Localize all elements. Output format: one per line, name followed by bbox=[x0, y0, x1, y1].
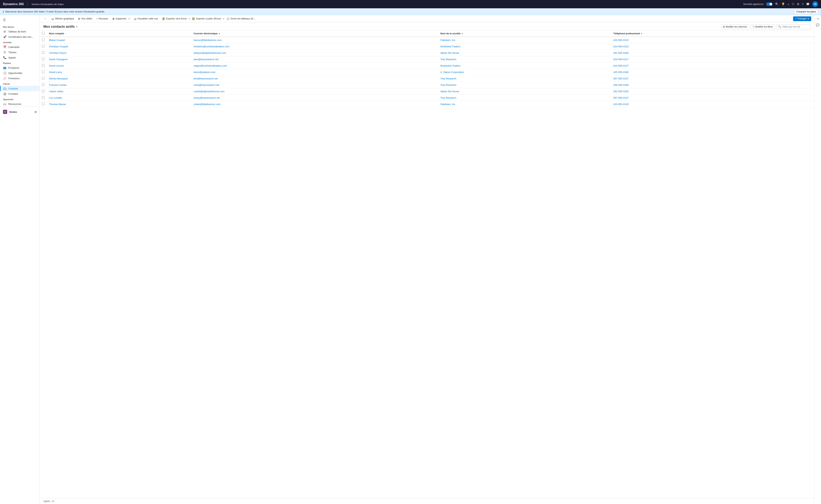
contact-link-8[interactable]: Liliane Lebec bbox=[49, 90, 64, 93]
sidebar-item-accelerateur[interactable]: 🚀 Accélérateur des ven... bbox=[0, 34, 39, 39]
email-link-1[interactable]: heriberto@northwindtraders.com bbox=[194, 45, 230, 48]
row-checkbox-3[interactable] bbox=[42, 58, 45, 60]
tel-link-8[interactable]: 281-555-0162 bbox=[613, 90, 629, 93]
exporter-dropdown-arrow[interactable]: ▾ bbox=[189, 18, 190, 20]
tel-link-0[interactable]: 423-555-0122 bbox=[613, 39, 629, 41]
societe-link-9[interactable]: Trey Research bbox=[440, 96, 456, 99]
sidebar-item-ressources[interactable]: 📖 Ressources bbox=[0, 101, 39, 107]
societe-link-5[interactable]: A. Datum Corporation bbox=[440, 71, 464, 74]
contact-link-9[interactable]: Luc Loiselle bbox=[49, 96, 62, 99]
contact-link-2[interactable]: Christian Doyon bbox=[49, 51, 67, 54]
select-all-checkbox[interactable] bbox=[42, 32, 45, 35]
societe-link-4[interactable]: Northwind Traders bbox=[440, 64, 460, 67]
tel-link-5[interactable]: 425-555-0160 bbox=[613, 71, 629, 74]
tel-link-3[interactable]: 619-555-0127 bbox=[613, 58, 629, 61]
sidebar-bottom-ventes[interactable]: V Ventes ◎ bbox=[0, 108, 39, 115]
email-link-7[interactable]: carla@treyresearch.net bbox=[194, 84, 219, 86]
email-link-4[interactable]: miguel@northwindtraders.com bbox=[194, 64, 227, 67]
societe-link-7[interactable]: Trey Research bbox=[440, 84, 456, 86]
email-link-5[interactable]: kevin@adatum.com bbox=[194, 71, 215, 74]
col-societe[interactable]: Nom de la société ▾ bbox=[438, 30, 611, 37]
sidebar-item-calendrier[interactable]: 📅 Calendrier bbox=[0, 44, 39, 50]
afficher-graphique-button[interactable]: 📊 Afficher graphique bbox=[49, 16, 76, 21]
email-link-9[interactable]: avery@treyresearch.net bbox=[194, 96, 220, 99]
societe-link-3[interactable]: Trey Research bbox=[440, 58, 456, 61]
row-checkbox-5[interactable] bbox=[42, 71, 45, 73]
filter-keyword-input[interactable] bbox=[782, 25, 809, 28]
sidebar-item-contacts[interactable]: 📇 Contacts bbox=[0, 86, 39, 91]
tel-link-9[interactable]: 567-555-0137 bbox=[613, 96, 629, 99]
sidebar-item-opportunites[interactable]: 📋 Opportunités bbox=[0, 70, 39, 76]
row-checkbox-10[interactable] bbox=[42, 103, 45, 105]
email-link-3[interactable]: alex@treyresearch.net bbox=[194, 58, 218, 61]
row-checkbox-2[interactable] bbox=[42, 51, 45, 54]
search-icon[interactable]: 🔍 bbox=[775, 2, 779, 6]
supprimer-dropdown-arrow[interactable]: ▾ bbox=[129, 18, 130, 20]
col-telephone[interactable]: Téléphone professionel ▾ bbox=[611, 30, 814, 37]
societe-link-8[interactable]: Alpine Ski House bbox=[440, 90, 459, 93]
filter-icon[interactable]: ▽ bbox=[792, 2, 794, 6]
societe-link-6[interactable]: Trey Research bbox=[440, 77, 456, 80]
tel-link-7[interactable]: 456-555-0156 bbox=[613, 84, 629, 86]
exporter-excel-button[interactable]: 📗 Exporter vers Excel bbox=[160, 16, 188, 21]
societe-link-2[interactable]: Alpine Ski House bbox=[440, 51, 459, 54]
vue-ciblee-button[interactable]: ⊞ Vue ciblée bbox=[76, 16, 94, 21]
tel-link-4[interactable]: 614-555-0127 bbox=[613, 64, 629, 67]
tel-link-10[interactable]: 423-555-0120 bbox=[613, 103, 629, 106]
nouvelle-toggle[interactable] bbox=[766, 2, 773, 6]
importer-dropdown-arrow[interactable]: ▾ bbox=[223, 18, 224, 20]
sidebar-item-comptes[interactable]: 🏢 Comptes bbox=[0, 91, 39, 96]
page-title-chevron[interactable]: ▾ bbox=[76, 25, 77, 28]
add-icon[interactable]: + bbox=[788, 3, 789, 6]
hamburger-button[interactable]: ☰ bbox=[0, 17, 39, 24]
settings-icon[interactable]: ⚙ bbox=[797, 2, 799, 6]
sidebar-item-taches[interactable]: ☰ Tâches bbox=[0, 50, 39, 55]
sidebar-item-prospects[interactable]: 👥 Prospects bbox=[0, 65, 39, 70]
brand-title[interactable]: Dynamics 365 bbox=[3, 2, 24, 6]
email-link-8[interactable]: cacilia@alpineskihouse.com bbox=[194, 90, 225, 93]
contact-link-3[interactable]: David Chavignon bbox=[49, 58, 68, 61]
ouvrir-tableaux-button[interactable]: 📋 Ouvrir les tableaux de ... bbox=[224, 16, 258, 21]
row-checkbox-4[interactable] bbox=[42, 64, 45, 67]
row-checkbox-9[interactable] bbox=[42, 96, 45, 99]
email-link-2[interactable]: dwayne@alpineskihouse.com bbox=[194, 51, 226, 54]
societe-link-0[interactable]: Fabrikam, Inc. bbox=[440, 39, 456, 41]
contact-link-10[interactable]: Thomas Masse bbox=[49, 103, 66, 106]
email-link-6[interactable]: kim@treyresearch.net bbox=[194, 77, 218, 80]
row-checkbox-7[interactable] bbox=[42, 83, 45, 86]
partager-button[interactable]: ⤴ Partager ▾ bbox=[793, 16, 811, 21]
row-checkbox-8[interactable] bbox=[42, 90, 45, 92]
contact-link-6[interactable]: Denise Bousquet bbox=[49, 77, 68, 80]
sidebar-item-tableau-de-bord[interactable]: ⊞ Tableau de bord bbox=[0, 29, 39, 34]
email-link-10[interactable]: zoltan@fabrikaminc.com bbox=[194, 103, 221, 106]
tel-link-2[interactable]: 281-555-0160 bbox=[613, 51, 629, 54]
contact-link-5[interactable]: David Lamy bbox=[49, 71, 62, 74]
compare-plans-button[interactable]: Comparer les plans bbox=[794, 10, 818, 14]
visualiser-button[interactable]: 📊 Visualiser cette vue bbox=[132, 16, 160, 21]
avatar[interactable]: JS bbox=[812, 1, 818, 7]
contact-link-7[interactable]: Francine Cartier bbox=[49, 84, 67, 86]
contact-link-0[interactable]: Blaise Coupart bbox=[49, 39, 65, 41]
row-checkbox-1[interactable] bbox=[42, 45, 45, 48]
row-checkbox-6[interactable] bbox=[42, 77, 45, 80]
societe-link-10[interactable]: Fabrikam, Inc. bbox=[440, 103, 456, 106]
help-icon[interactable]: ? bbox=[802, 3, 803, 6]
rp-expand-icon[interactable]: ◁ bbox=[817, 17, 819, 20]
contact-link-1[interactable]: Christian Coupart bbox=[49, 45, 68, 48]
lightbulb-icon[interactable]: 💡 bbox=[781, 2, 785, 6]
col-nom-complet[interactable]: Nom complet ↑ bbox=[47, 30, 191, 37]
sidebar-item-appels[interactable]: 📞 Appels bbox=[0, 55, 39, 60]
importer-excel-button[interactable]: 📗 Importer à partir d'Excel bbox=[190, 16, 223, 21]
chat-icon[interactable]: 💬 bbox=[806, 2, 810, 6]
tel-link-6[interactable]: 567-555-0157 bbox=[613, 77, 629, 80]
back-button[interactable]: ← bbox=[43, 16, 49, 21]
row-checkbox-0[interactable] bbox=[42, 38, 45, 41]
modifier-filtres-button[interactable]: ▽ Modifier les filtres bbox=[751, 25, 775, 29]
modifier-colonnes-button[interactable]: ⊞ Modifier les colonnes bbox=[721, 25, 749, 29]
sidebar-item-previsions[interactable]: 📈 Prévisions bbox=[0, 76, 39, 81]
societe-link-1[interactable]: Northwind Traders bbox=[440, 45, 460, 48]
email-link-0[interactable]: haroun@fabrikaminc.com bbox=[194, 39, 222, 41]
supprimer-button[interactable]: 🗑 Supprimer bbox=[110, 16, 128, 21]
rp-chat-icon[interactable]: 💬 bbox=[816, 23, 819, 27]
tel-link-1[interactable]: 614-555-0123 bbox=[613, 45, 629, 48]
